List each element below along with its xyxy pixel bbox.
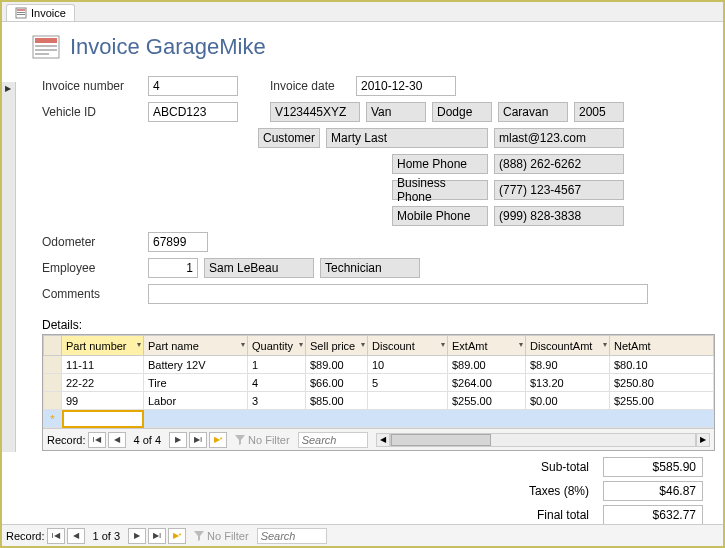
col-discount[interactable]: Discount▾: [368, 336, 448, 356]
vin-field: V123445XYZ: [270, 102, 360, 122]
nav-position: 4 of 4: [128, 434, 168, 446]
svg-rect-8: [35, 53, 49, 55]
nav-filter[interactable]: No Filter: [229, 434, 296, 446]
body-field: Van: [366, 102, 426, 122]
main-record-nav: Record: I◀ ◀ 1 of 3 ▶ ▶I ▶* No Filter: [2, 524, 723, 546]
col-ext-amt[interactable]: ExtAmt▾: [448, 336, 526, 356]
nav-new-button[interactable]: ▶*: [168, 528, 186, 544]
nav-position: 1 of 3: [87, 530, 127, 542]
col-quantity[interactable]: Quantity▾: [248, 336, 306, 356]
label-details: Details:: [42, 318, 723, 332]
col-net-amt[interactable]: NetAmt: [610, 336, 714, 356]
employee-id-field[interactable]: [148, 258, 198, 278]
funnel-icon: [194, 531, 204, 541]
label-customer: Customer: [258, 128, 320, 148]
nav-search-input[interactable]: [257, 528, 327, 544]
nav-last-button[interactable]: ▶I: [189, 432, 207, 448]
label-business-phone: Business Phone: [392, 180, 488, 200]
svg-rect-1: [17, 9, 25, 11]
subform-record-nav: Record: I◀ ◀ 4 of 4 ▶ ▶I ▶* No Filter ◀ …: [43, 428, 714, 450]
svg-rect-3: [17, 14, 25, 15]
vehicle-id-field[interactable]: [148, 102, 238, 122]
table-row[interactable]: 11-11Battery 12V1$89.0010$89.00$8.90$80.…: [44, 356, 714, 374]
employee-name-field: Sam LeBeau: [204, 258, 314, 278]
nav-record-label: Record:: [6, 530, 45, 542]
customer-name-field: Marty Last: [326, 128, 488, 148]
invoice-number-field[interactable]: [148, 76, 238, 96]
make-field: Dodge: [432, 102, 492, 122]
scroll-left-button[interactable]: ◀: [376, 433, 390, 447]
col-part-number[interactable]: Part number▾: [62, 336, 144, 356]
nav-search-input[interactable]: [298, 432, 368, 448]
model-field: Caravan: [498, 102, 568, 122]
business-phone-field: (777) 123-4567: [494, 180, 624, 200]
nav-next-button[interactable]: ▶: [128, 528, 146, 544]
home-phone-field: (888) 262-6262: [494, 154, 624, 174]
invoice-form-icon: [32, 35, 60, 59]
svg-rect-5: [35, 38, 57, 43]
record-selector[interactable]: [2, 82, 16, 452]
scrollbar-thumb[interactable]: [391, 434, 491, 446]
label-home-phone: Home Phone: [392, 154, 488, 174]
nav-prev-button[interactable]: ◀: [67, 528, 85, 544]
invoice-date-field[interactable]: [356, 76, 456, 96]
year-field: 2005: [574, 102, 624, 122]
details-grid[interactable]: Part number▾ Part name▾ Quantity▾ Sell p…: [43, 335, 714, 428]
taxes-value: $46.87: [603, 481, 703, 501]
final-total-value: $632.77: [603, 505, 703, 525]
page-title: Invoice GarageMike: [70, 34, 266, 60]
employee-role-field: Technician: [320, 258, 420, 278]
table-row[interactable]: 99Labor3$85.00$255.00$0.00$255.00: [44, 392, 714, 410]
nav-prev-button[interactable]: ◀: [108, 432, 126, 448]
grid-corner[interactable]: [44, 336, 62, 356]
tab-label: Invoice: [31, 7, 66, 19]
svg-rect-2: [17, 12, 25, 13]
svg-rect-7: [35, 49, 57, 51]
col-discount-amt[interactable]: DiscountAmt▾: [526, 336, 610, 356]
nav-next-button[interactable]: ▶: [169, 432, 187, 448]
odometer-field[interactable]: [148, 232, 208, 252]
label-subtotal: Sub-total: [541, 460, 589, 474]
nav-first-button[interactable]: I◀: [88, 432, 106, 448]
col-sell-price[interactable]: Sell price▾: [306, 336, 368, 356]
funnel-icon: [235, 435, 245, 445]
label-invoice-date: Invoice date: [270, 79, 350, 93]
scroll-right-button[interactable]: ▶: [696, 433, 710, 447]
mobile-phone-field: (999) 828-3838: [494, 206, 624, 226]
tab-invoice[interactable]: Invoice: [6, 4, 75, 21]
label-mobile-phone: Mobile Phone: [392, 206, 488, 226]
label-employee: Employee: [42, 261, 142, 275]
customer-email-field: mlast@123.com: [494, 128, 624, 148]
nav-first-button[interactable]: I◀: [47, 528, 65, 544]
table-row[interactable]: 22-22Tire4$66.005$264.00$13.20$250.80: [44, 374, 714, 392]
details-subform: Part number▾ Part name▾ Quantity▾ Sell p…: [42, 334, 715, 451]
nav-record-label: Record:: [47, 434, 86, 446]
dropdown-icon[interactable]: ▾: [137, 340, 141, 349]
label-odometer: Odometer: [42, 235, 142, 249]
new-row[interactable]: *: [44, 410, 714, 428]
label-final-total: Final total: [537, 508, 589, 522]
label-invoice-number: Invoice number: [42, 79, 142, 93]
nav-filter[interactable]: No Filter: [188, 530, 255, 542]
form-icon: [15, 7, 27, 19]
subtotal-value: $585.90: [603, 457, 703, 477]
comments-field[interactable]: [148, 284, 648, 304]
svg-rect-6: [35, 45, 57, 47]
col-part-name[interactable]: Part name▾: [144, 336, 248, 356]
label-taxes: Taxes (8%): [529, 484, 589, 498]
nav-last-button[interactable]: ▶I: [148, 528, 166, 544]
nav-new-button[interactable]: ▶*: [209, 432, 227, 448]
label-vehicle-id: Vehicle ID: [42, 105, 142, 119]
label-comments: Comments: [42, 287, 142, 301]
horizontal-scrollbar[interactable]: [390, 433, 696, 447]
